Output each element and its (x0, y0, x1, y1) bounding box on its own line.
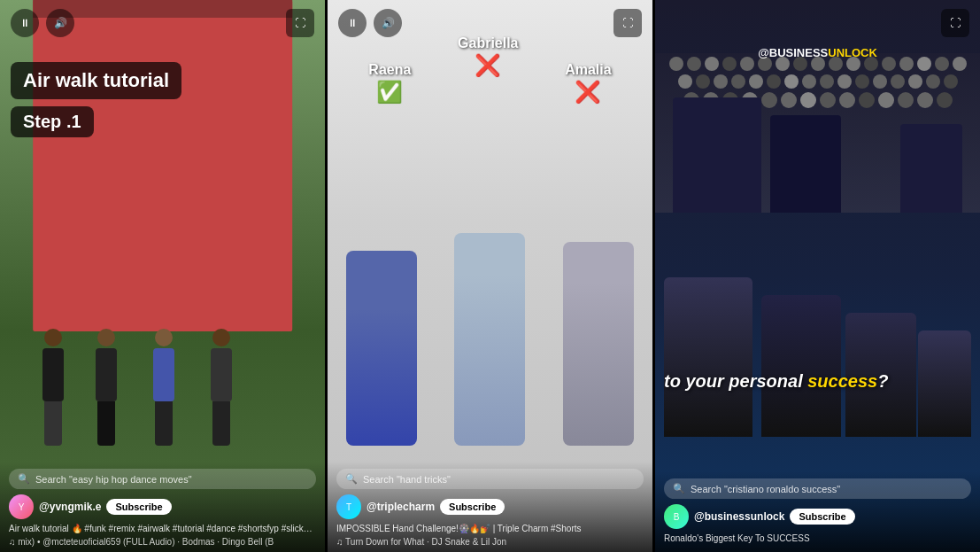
expand-button-2[interactable]: ⛶ (613, 9, 642, 37)
amalia-check: ❌ (565, 80, 611, 105)
success-text: to your personal success? (664, 369, 971, 393)
avatar-1: Y (9, 494, 34, 519)
gabriella-check: ❌ (458, 53, 518, 78)
success-overlay: to your personal success? (664, 369, 971, 393)
search-text-2: Search "hand tricks" (363, 474, 451, 485)
search-text-1: Search "easy hip hop dance moves" (35, 474, 192, 485)
bottom-info-1: 🔍 Search "easy hip hop dance moves" Y @y… (0, 462, 325, 552)
author-row-2: T @triplecharm Subscribe (336, 494, 644, 519)
raena-check: ✅ (368, 80, 411, 105)
sound-button-2[interactable]: 🔊 (374, 9, 402, 37)
success-end: ? (877, 371, 888, 391)
name-label-amalia: Amalia ❌ (565, 62, 611, 105)
business-text: @BUSINESSUNLOCK (758, 46, 877, 59)
success-line: to your personal (664, 371, 807, 391)
sound-button-1[interactable]: 🔊 (46, 9, 74, 37)
title-box: Air walk tutorial (11, 62, 181, 99)
brand-tag-yellow: UNLOCK (828, 46, 877, 59)
search-bar-1[interactable]: 🔍 Search "easy hip hop dance moves" (9, 469, 316, 489)
author-handle-1: @yvngmik.e (39, 501, 101, 513)
amalia-name: Amalia (565, 62, 611, 77)
top-controls-2: ⏸ 🔊 ⛶ (328, 0, 652, 46)
music-row-2: ♫ Turn Down for What · DJ Snake & Lil Jo… (336, 537, 644, 547)
music-row-1: ♫ mix) • @mcteteuoficial659 (FULL Audio)… (9, 537, 316, 547)
panel-3-overlay: ⛶ @BUSINESSUNLOCK to your personal succe… (655, 0, 980, 552)
avatar-3: B (664, 504, 689, 529)
success-word: success (807, 371, 877, 391)
search-bar-2[interactable]: 🔍 Search "hand tricks" (336, 469, 644, 489)
video-panel-2: ⏸ 🔊 ⛶ Raena ✅ Gabriella ❌ Amalia ❌ 🔍 (328, 0, 655, 552)
names-overlay: Raena ✅ Gabriella ❌ Amalia ❌ (328, 62, 652, 105)
bottom-info-3: 🔍 Search "cristiano ronaldo success" B @… (655, 471, 980, 552)
expand-button-1[interactable]: ⛶ (286, 9, 314, 37)
pause-button-1[interactable]: ⏸ (11, 9, 39, 37)
bottom-info-2: 🔍 Search "hand tricks" T @triplecharm Su… (328, 462, 652, 552)
video-desc-1: Air walk tutorial 🔥 #funk #remix #airwal… (9, 523, 316, 534)
panel-2-overlay: ⏸ 🔊 ⛶ Raena ✅ Gabriella ❌ Amalia ❌ 🔍 (328, 0, 652, 552)
step-text: Step .1 (23, 112, 81, 131)
air-walk-title: Air walk tutorial (23, 69, 169, 91)
pause-button-2[interactable]: ⏸ (338, 9, 367, 37)
author-handle-2: @triplecharm (367, 501, 435, 513)
top-controls-1: ⏸ 🔊 ⛶ (0, 0, 325, 46)
subscribe-button-2[interactable]: Subscribe (440, 499, 505, 515)
business-tag: @BUSINESSUNLOCK (655, 44, 980, 60)
author-handle-3: @businessunlock (694, 510, 784, 523)
step-box: Step .1 (11, 106, 94, 137)
panel-1-overlay: ⏸ 🔊 ⛶ Air walk tutorial Step .1 🔍 Search… (0, 0, 325, 552)
video-panel-1: ⏸ 🔊 ⛶ Air walk tutorial Step .1 🔍 Search… (0, 0, 328, 552)
subscribe-button-1[interactable]: Subscribe (106, 499, 171, 515)
search-text-3: Search "cristiano ronaldo success" (691, 484, 840, 494)
brand-tag: @BUSINESS (758, 46, 828, 59)
search-icon-2: 🔍 (345, 473, 358, 485)
search-bar-3[interactable]: 🔍 Search "cristiano ronaldo success" (664, 478, 971, 499)
top-controls-3: ⛶ (655, 0, 980, 46)
video-desc-3: Ronaldo's Biggest Key To SUCCESS (664, 533, 971, 544)
author-row-3: B @businessunlock Subscribe (664, 504, 971, 529)
name-label-raena: Raena ✅ (368, 62, 411, 105)
title-overlay-1: Air walk tutorial Step .1 (11, 62, 314, 137)
video-panel-3: ⛶ @BUSINESSUNLOCK to your personal succe… (655, 0, 980, 552)
avatar-2: T (336, 494, 361, 519)
search-icon-1: 🔍 (18, 473, 30, 485)
author-row-1: Y @yvngmik.e Subscribe (9, 494, 316, 519)
raena-name: Raena (368, 62, 411, 77)
video-desc-2: IMPOSSIBLE Hand Challenge!🎡🔥💅 | Triple C… (336, 523, 644, 534)
subscribe-button-3[interactable]: Subscribe (790, 509, 854, 525)
expand-button-3[interactable]: ⛶ (941, 9, 969, 37)
search-icon-3: 🔍 (673, 483, 685, 494)
